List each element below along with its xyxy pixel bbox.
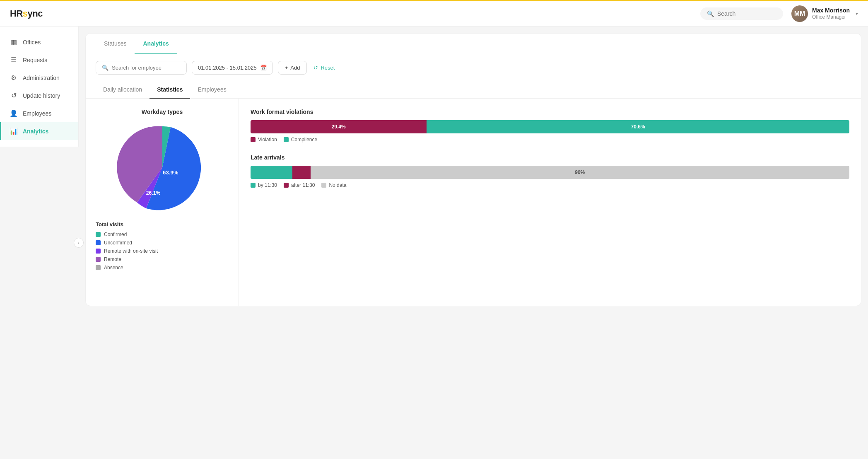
history-icon: ↺ <box>10 92 18 99</box>
bar-charts-panel: Work format violations 29.4% 70.6% Viola… <box>239 99 861 306</box>
reset-button[interactable]: ↺ Reset <box>312 61 336 74</box>
employee-search-box[interactable]: 🔍 <box>96 61 187 75</box>
add-button[interactable]: + Add <box>278 61 307 75</box>
work-format-title: Work format violations <box>251 109 849 115</box>
sidebar-item-update-history[interactable]: ↺ Update history <box>0 87 78 104</box>
chevron-down-icon: ▾ <box>856 11 858 17</box>
late-arrivals-title: Late arrivals <box>251 154 849 161</box>
by1130-legend-item: by 11:30 <box>251 182 277 188</box>
layout: ▦ Offices ☰ Requests ⚙ Administration ↺ … <box>0 27 868 459</box>
analytics-icon: 📊 <box>10 127 18 135</box>
sub-tab-daily-allocation[interactable]: Daily allocation <box>96 81 149 99</box>
employee-search-input[interactable] <box>112 65 181 71</box>
unconfirmed-dot <box>96 240 101 245</box>
remote-label-text: Remote <box>104 256 121 262</box>
sidebar-label-administration: Administration <box>23 75 60 81</box>
late-arrivals-bar: 90% <box>251 166 849 179</box>
main-tabs: Statuses Analytics <box>86 34 861 54</box>
date-range-value: 01.01.2025 - 15.01.2025 <box>198 65 257 71</box>
plus-icon: + <box>285 65 288 71</box>
sidebar-label-offices: Offices <box>23 39 41 46</box>
sub-tab-employees[interactable]: Employees <box>190 81 234 99</box>
late-arrivals-legend: by 11:30 after 11:30 No data <box>251 182 849 188</box>
work-format-bar: 29.4% 70.6% <box>251 120 849 133</box>
sub-tabs: Daily allocation Statistics Employees <box>86 81 861 99</box>
reset-label: Reset <box>321 65 335 71</box>
requests-icon: ☰ <box>10 56 18 64</box>
analytics-panels: Workday types <box>86 99 861 306</box>
sidebar-item-employees[interactable]: 👤 Employees <box>0 104 78 122</box>
late-arrivals-section: Late arrivals 90% by 11:30 <box>251 154 849 188</box>
compliance-legend-sq <box>284 137 289 142</box>
global-search-input[interactable] <box>717 10 776 17</box>
violation-legend-item: Violation <box>251 137 277 143</box>
offices-icon: ▦ <box>10 38 18 46</box>
legend-remote: Remote <box>96 256 229 262</box>
toolbar: 🔍 01.01.2025 - 15.01.2025 📅 + Add ↺ Rese… <box>86 54 861 81</box>
sidebar-label-history: Update history <box>23 92 60 99</box>
legend-title: Total visits <box>96 221 229 227</box>
after1130-legend-item: after 11:30 <box>284 182 315 188</box>
add-label: Add <box>290 65 300 71</box>
pie-chart-svg: 63.9% 26.1% <box>117 122 208 213</box>
sidebar-label-employees: Employees <box>23 110 51 117</box>
calendar-icon: 📅 <box>260 65 267 71</box>
search-employee-icon: 🔍 <box>102 65 108 71</box>
date-range-button[interactable]: 01.01.2025 - 15.01.2025 📅 <box>192 61 273 75</box>
pie-chart-panel: Workday types <box>86 99 239 306</box>
remote-label: 26.1% <box>146 190 160 196</box>
work-format-section: Work format violations 29.4% 70.6% Viola… <box>251 109 849 143</box>
nodata-legend-item: No data <box>321 182 346 188</box>
sidebar-item-administration[interactable]: ⚙ Administration <box>0 69 78 87</box>
tab-analytics[interactable]: Analytics <box>135 34 177 54</box>
remote-onsite-label-text: Remote with on-site visit <box>104 248 158 254</box>
unconfirmed-label-text: Unconfirmed <box>104 240 132 246</box>
employees-icon: 👤 <box>10 109 18 117</box>
remote-dot <box>96 257 101 262</box>
confirmed-dot <box>96 232 101 237</box>
sidebar-label-analytics: Analytics <box>23 128 48 135</box>
absence-dot <box>96 265 101 270</box>
reset-icon: ↺ <box>313 65 318 71</box>
user-text: Max Morrison Office Manager <box>812 7 850 21</box>
work-format-legend: Violation Complience <box>251 137 849 143</box>
avatar: MM <box>791 5 808 22</box>
compliance-legend-item: Complience <box>284 137 317 143</box>
sidebar-item-analytics[interactable]: 📊 Analytics <box>0 122 78 140</box>
sidebar: ▦ Offices ☰ Requests ⚙ Administration ↺ … <box>0 27 79 147</box>
pie-chart-container: 63.9% 26.1% <box>96 122 229 213</box>
tab-statuses[interactable]: Statuses <box>96 34 135 54</box>
sidebar-wrapper: ▦ Offices ☰ Requests ⚙ Administration ↺ … <box>0 27 79 459</box>
topbar-right: 🔍 MM Max Morrison Office Manager ▾ <box>700 5 858 22</box>
legend-remote-onsite: Remote with on-site visit <box>96 248 229 254</box>
main-content: Statuses Analytics 🔍 01.01.2025 - 15.01.… <box>79 27 868 459</box>
by1130-legend-sq <box>251 183 256 188</box>
sidebar-label-requests: Requests <box>23 57 47 63</box>
nodata-legend-label: No data <box>329 182 346 188</box>
user-name: Max Morrison <box>812 7 850 14</box>
sidebar-toggle-button[interactable]: ‹ <box>74 238 84 248</box>
nodata-bar: 90% <box>311 166 849 179</box>
global-search-box[interactable]: 🔍 <box>700 7 783 20</box>
legend-unconfirmed: Unconfirmed <box>96 240 229 246</box>
user-menu[interactable]: MM Max Morrison Office Manager ▾ <box>791 5 858 22</box>
by1130-bar <box>251 166 292 179</box>
after1130-bar <box>292 166 310 179</box>
compliance-bar: 70.6% <box>427 120 849 133</box>
confirmed-label-text: Confirmed <box>104 232 127 237</box>
sub-tab-statistics[interactable]: Statistics <box>149 81 190 99</box>
sidebar-item-requests[interactable]: ☰ Requests <box>0 51 78 69</box>
user-role: Office Manager <box>812 14 850 21</box>
violation-legend-label: Violation <box>258 137 277 143</box>
remote-onsite-dot <box>96 249 101 254</box>
legend-absence: Absence <box>96 265 229 271</box>
administration-icon: ⚙ <box>10 74 18 82</box>
content-card: Statuses Analytics 🔍 01.01.2025 - 15.01.… <box>85 33 861 306</box>
after1130-legend-sq <box>284 183 289 188</box>
absence-label-text: Absence <box>104 265 123 271</box>
search-icon: 🔍 <box>707 10 714 17</box>
compliance-legend-label: Complience <box>291 137 317 143</box>
sidebar-item-offices[interactable]: ▦ Offices <box>0 33 78 51</box>
topbar: HRsync 🔍 MM Max Morrison Office Manager … <box>0 0 868 27</box>
pie-chart-title: Workday types <box>96 109 229 115</box>
